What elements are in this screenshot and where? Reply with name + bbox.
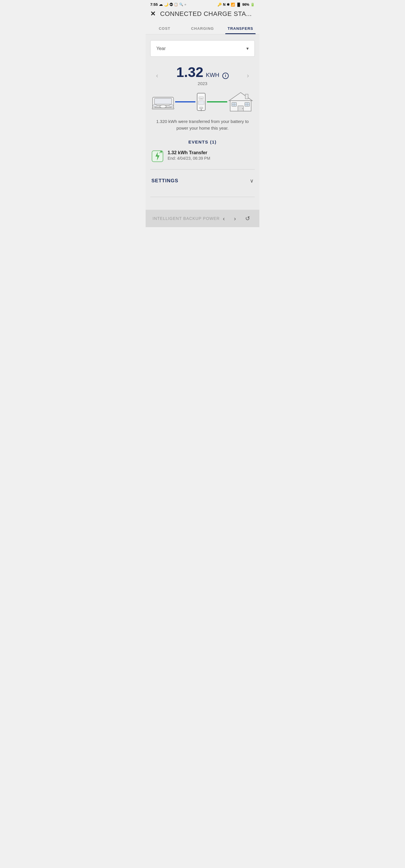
vehicle-icon bbox=[150, 90, 176, 114]
house-icon bbox=[227, 89, 255, 115]
notification-icon: ⓻ bbox=[170, 3, 173, 6]
year-selector-chevron: ▾ bbox=[247, 46, 249, 51]
settings-chevron: ∨ bbox=[250, 178, 254, 184]
energy-kwh-value: 1.32 bbox=[176, 64, 203, 80]
svg-rect-14 bbox=[245, 94, 249, 99]
battery-display: 96% bbox=[242, 3, 249, 7]
transfer-diagram: Ford bbox=[150, 89, 255, 115]
tab-bar: COST CHARGING TRANSFERS bbox=[146, 22, 259, 34]
event-title: 1.32 kWh Transfer bbox=[168, 150, 210, 155]
status-bar: 7:55 ☁ 🌙 ⓻ 📋 🔍 ○ 🔑 N ✱ 📶 ▐▌ 96% 🔋 bbox=[146, 0, 259, 8]
wifi-icon: 📶 bbox=[231, 3, 235, 7]
time-display: 7:55 bbox=[150, 2, 158, 7]
energy-display: ‹ 1.32 KWH i 2023 › bbox=[150, 65, 255, 86]
transfer-event-icon bbox=[151, 150, 164, 162]
reload-button[interactable]: ↺ bbox=[243, 214, 253, 223]
right-connector-line bbox=[207, 101, 227, 102]
prev-arrow[interactable]: ‹ bbox=[153, 69, 161, 83]
bottom-nav: ‹ › ↺ bbox=[221, 214, 253, 223]
left-connector-line bbox=[175, 101, 195, 102]
year-selector[interactable]: Year ▾ bbox=[150, 40, 255, 57]
transfer-description: 1.320 kWh were transferred from your bat… bbox=[156, 118, 249, 131]
status-right: 🔑 N ✱ 📶 ▐▌ 96% 🔋 bbox=[218, 3, 255, 7]
clipboard-icon: 📋 bbox=[174, 3, 178, 6]
close-button[interactable]: ✕ bbox=[150, 11, 155, 17]
svg-rect-1 bbox=[154, 98, 172, 104]
bluetooth-icon: ✱ bbox=[227, 3, 230, 7]
settings-row[interactable]: SETTINGS ∨ bbox=[150, 177, 255, 190]
section-divider bbox=[150, 169, 255, 169]
energy-year: 2023 bbox=[176, 81, 229, 86]
event-item: 1.32 kWh Transfer End: 4/04/23, 06:39 PM bbox=[150, 150, 255, 162]
nfc-icon: N bbox=[223, 3, 226, 7]
energy-nav: ‹ 1.32 KWH i 2023 › bbox=[150, 65, 255, 86]
svg-marker-13 bbox=[229, 93, 253, 101]
events-header: EVENTS (1) bbox=[150, 140, 255, 144]
bottom-divider bbox=[150, 197, 255, 197]
energy-kwh-unit: KWH bbox=[206, 72, 220, 78]
status-left: 7:55 ☁ 🌙 ⓻ 📋 🔍 ○ bbox=[150, 2, 186, 7]
tab-charging[interactable]: CHARGING bbox=[183, 22, 222, 34]
info-icon[interactable]: i bbox=[222, 73, 229, 79]
page-title: CONNECTED CHARGE STA... bbox=[160, 10, 252, 18]
circle-icon: ○ bbox=[184, 3, 186, 6]
back-button[interactable]: ‹ bbox=[221, 214, 227, 223]
weather-icon: ☁ bbox=[159, 2, 163, 7]
battery-icon: 🔋 bbox=[251, 3, 255, 7]
moon-icon: 🌙 bbox=[164, 2, 169, 7]
svg-rect-6 bbox=[152, 108, 174, 110]
svg-rect-10 bbox=[198, 101, 204, 105]
next-arrow[interactable]: › bbox=[244, 69, 252, 83]
event-subtitle: End: 4/04/23, 06:39 PM bbox=[168, 156, 210, 161]
search-icon: 🔍 bbox=[179, 3, 183, 6]
year-selector-label: Year bbox=[156, 46, 166, 51]
svg-point-17 bbox=[242, 108, 243, 109]
event-text: 1.32 kWh Transfer End: 4/04/23, 06:39 PM bbox=[168, 150, 210, 161]
header: ✕ CONNECTED CHARGE STA... bbox=[146, 8, 259, 22]
bottom-bar-label: INTELLIGENT BACKUP POWER bbox=[152, 216, 220, 221]
settings-label: SETTINGS bbox=[151, 178, 178, 184]
main-content: Year ▾ ‹ 1.32 KWH i 2023 › bbox=[146, 34, 259, 210]
bottom-bar: INTELLIGENT BACKUP POWER ‹ › ↺ bbox=[146, 210, 259, 227]
svg-rect-11 bbox=[199, 107, 203, 109]
svg-text:Ford: Ford bbox=[200, 97, 203, 99]
forward-button[interactable]: › bbox=[232, 214, 238, 223]
svg-point-3 bbox=[160, 105, 167, 108]
energy-value-container: 1.32 KWH i 2023 bbox=[176, 65, 229, 86]
tab-transfers[interactable]: TRANSFERS bbox=[222, 22, 259, 34]
key-icon: 🔑 bbox=[218, 3, 222, 7]
event-icon-wrap bbox=[151, 150, 164, 162]
svg-rect-4 bbox=[153, 105, 157, 106]
svg-rect-5 bbox=[169, 105, 173, 106]
charger-station-icon: Ford bbox=[195, 90, 208, 114]
tab-cost[interactable]: COST bbox=[146, 22, 183, 34]
signal-icon: ▐▌ bbox=[236, 3, 241, 7]
